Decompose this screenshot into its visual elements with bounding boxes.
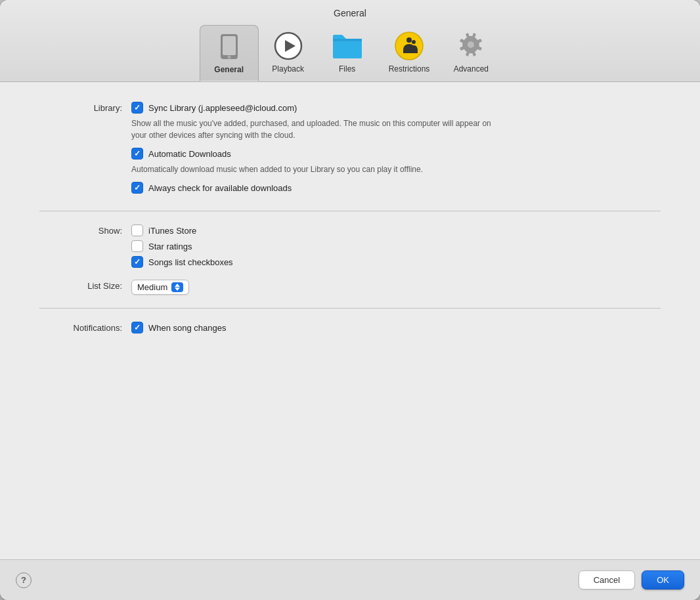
tab-general[interactable]: General [200, 25, 259, 81]
tab-playback-label: Playback [272, 64, 304, 74]
songs-list-checkbox[interactable] [131, 256, 143, 268]
itunes-store-checkbox[interactable] [131, 225, 143, 236]
star-ratings-row: Star ratings [131, 240, 661, 252]
library-content: Sync Library (j.appleseed@icloud.com) Sh… [131, 102, 661, 198]
window-title: General [0, 8, 700, 18]
show-content: iTunes Store Star ratings Songs list che… [131, 225, 661, 272]
songs-list-label: Songs list checkboxes [148, 257, 233, 267]
list-size-content: Medium [131, 280, 661, 295]
always-check-label: Always check for available downloads [148, 183, 292, 193]
help-button[interactable]: ? [16, 572, 32, 588]
itunes-store-row: iTunes Store [131, 225, 661, 236]
general-icon [213, 31, 245, 62]
list-size-select[interactable]: Medium [131, 280, 189, 295]
advanced-icon [455, 30, 487, 62]
cancel-button[interactable]: Cancel [579, 570, 635, 589]
playback-icon [273, 30, 304, 62]
tab-files-label: Files [339, 64, 355, 74]
tab-restrictions[interactable]: Restrictions [377, 25, 442, 81]
library-label: Library: [39, 102, 131, 113]
footer-buttons: Cancel OK [579, 570, 684, 589]
auto-downloads-description: Automatically download music when added … [131, 163, 499, 175]
tab-restrictions-label: Restrictions [389, 64, 430, 74]
sync-library-description: Show all the music you've added, purchas… [131, 118, 499, 141]
auto-downloads-checkbox-wrapper[interactable]: Automatic Downloads [131, 148, 231, 160]
auto-downloads-row: Automatic Downloads [131, 148, 661, 160]
sync-library-checkbox-wrapper[interactable]: Sync Library (j.appleseed@icloud.com) [131, 102, 297, 114]
show-row: Show: iTunes Store Star ratings [39, 225, 661, 272]
svg-rect-1 [223, 36, 236, 55]
tab-general-label: General [214, 65, 244, 74]
divider-1 [39, 211, 661, 211]
when-song-row: When song changes [131, 322, 661, 333]
svg-point-7 [412, 40, 416, 44]
itunes-store-checkbox-wrapper[interactable]: iTunes Store [131, 225, 196, 236]
notifications-label: Notifications: [39, 322, 131, 333]
always-check-checkbox[interactable] [131, 182, 143, 194]
tab-advanced-label: Advanced [454, 64, 489, 74]
star-ratings-checkbox[interactable] [131, 240, 143, 252]
show-section: Show: iTunes Store Star ratings [39, 225, 661, 295]
tab-files[interactable]: Files [318, 25, 377, 81]
tab-advanced[interactable]: Advanced [441, 25, 500, 81]
select-arrow-up [175, 284, 180, 287]
svg-point-2 [227, 56, 230, 59]
select-arrows [171, 282, 183, 292]
auto-downloads-checkbox[interactable] [131, 148, 143, 160]
list-size-label: List Size: [39, 280, 131, 291]
sync-library-label: Sync Library (j.appleseed@icloud.com) [148, 103, 297, 113]
always-check-checkbox-wrapper[interactable]: Always check for available downloads [131, 182, 292, 194]
when-song-checkbox-wrapper[interactable]: When song changes [131, 322, 227, 333]
tab-playback[interactable]: Playback [259, 25, 318, 81]
star-ratings-checkbox-wrapper[interactable]: Star ratings [131, 240, 192, 252]
sync-library-row: Sync Library (j.appleseed@icloud.com) [131, 102, 661, 114]
always-check-row: Always check for available downloads [131, 182, 661, 194]
list-size-value: Medium [137, 282, 167, 292]
when-song-checkbox[interactable] [131, 322, 143, 333]
songs-list-checkbox-wrapper[interactable]: Songs list checkboxes [131, 256, 233, 268]
ok-button[interactable]: OK [642, 570, 684, 589]
notifications-section: Notifications: When song changes [39, 322, 661, 337]
preferences-window: General General [0, 0, 700, 600]
library-section: Library: Sync Library (j.appleseed@iclou… [39, 102, 661, 198]
content-area: Library: Sync Library (j.appleseed@iclou… [0, 82, 700, 559]
library-row: Library: Sync Library (j.appleseed@iclou… [39, 102, 661, 198]
sync-library-checkbox[interactable] [131, 102, 143, 114]
show-label: Show: [39, 225, 131, 236]
itunes-store-label: iTunes Store [148, 226, 196, 236]
svg-point-6 [406, 37, 412, 43]
title-bar: General General [0, 0, 700, 82]
auto-downloads-label: Automatic Downloads [148, 149, 231, 159]
restrictions-icon [393, 30, 425, 62]
list-size-row: List Size: Medium [39, 280, 661, 295]
songs-list-row: Songs list checkboxes [131, 256, 661, 268]
star-ratings-label: Star ratings [148, 242, 192, 251]
footer: ? Cancel OK [0, 559, 700, 600]
svg-point-8 [468, 41, 474, 48]
when-song-label: When song changes [148, 323, 227, 333]
files-icon [332, 30, 363, 62]
notifications-row: Notifications: When song changes [39, 322, 661, 337]
select-arrow-down [175, 288, 180, 291]
toolbar: General Playback [0, 25, 700, 81]
divider-2 [39, 308, 661, 309]
notifications-content: When song changes [131, 322, 661, 337]
